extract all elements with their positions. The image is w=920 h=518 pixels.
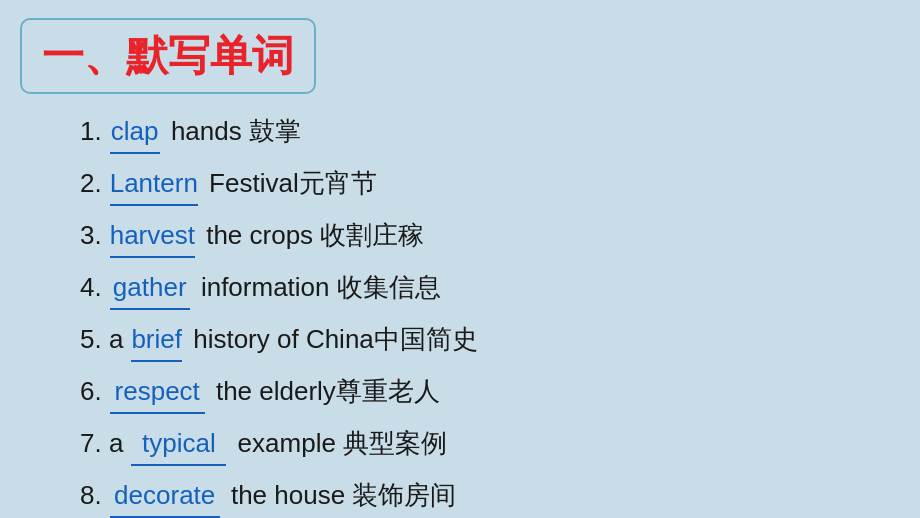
- item-rest-text: the elderly尊重老人: [209, 376, 440, 406]
- item-number: 6.: [80, 376, 102, 406]
- word-list: 1.clap hands 鼓掌2.Lantern Festival元宵节3.ha…: [20, 112, 900, 518]
- item-number: 3.: [80, 220, 102, 250]
- answer-word: decorate: [110, 476, 220, 518]
- title-box: 一、默写单词: [20, 18, 316, 94]
- item-rest-text: the house 装饰房间: [224, 480, 457, 510]
- list-item: 4.gather information 收集信息: [80, 268, 900, 310]
- item-number: 7. a: [80, 428, 123, 458]
- item-number: 1.: [80, 116, 102, 146]
- answer-word: respect: [110, 372, 205, 414]
- item-rest-text: history of China中国简史: [186, 324, 478, 354]
- item-rest-text: information 收集信息: [194, 272, 441, 302]
- item-number: 4.: [80, 272, 102, 302]
- item-rest-text: the crops 收割庄稼: [199, 220, 424, 250]
- answer-word: gather: [110, 268, 190, 310]
- item-rest-text: Festival元宵节: [202, 168, 377, 198]
- list-item: 6.respect the elderly尊重老人: [80, 372, 900, 414]
- list-item: 8.decorate the house 装饰房间: [80, 476, 900, 518]
- main-container: 一、默写单词 1.clap hands 鼓掌2.Lantern Festival…: [20, 18, 900, 518]
- list-item: 3.harvest the crops 收割庄稼: [80, 216, 900, 258]
- item-number: 8.: [80, 480, 102, 510]
- list-item: 5. abrief history of China中国简史: [80, 320, 900, 362]
- item-number: 5. a: [80, 324, 123, 354]
- answer-word: clap: [110, 112, 160, 154]
- list-item: 7. atypical example 典型案例: [80, 424, 900, 466]
- page-title: 一、默写单词: [42, 32, 294, 79]
- item-rest-text: hands 鼓掌: [164, 116, 301, 146]
- item-rest-text: example 典型案例: [230, 428, 447, 458]
- item-number: 2.: [80, 168, 102, 198]
- list-item: 1.clap hands 鼓掌: [80, 112, 900, 154]
- answer-word: Lantern: [110, 164, 198, 206]
- answer-word: brief: [131, 320, 182, 362]
- answer-word: typical: [131, 424, 226, 466]
- list-item: 2.Lantern Festival元宵节: [80, 164, 900, 206]
- answer-word: harvest: [110, 216, 195, 258]
